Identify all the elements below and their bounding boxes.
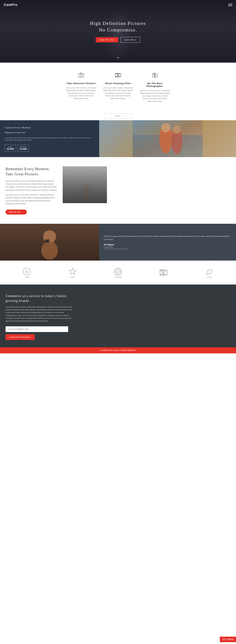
svg-point-30 xyxy=(84,179,89,190)
hero-nav: CamPro xyxy=(4,3,232,7)
svg-point-16 xyxy=(154,75,155,76)
svg-point-36 xyxy=(41,241,58,260)
svg-point-43 xyxy=(117,270,119,273)
capture-right-photo xyxy=(99,120,236,157)
cta-text: Lorem ipsum dolor sit amet, consectetuer… xyxy=(6,306,76,323)
svg-rect-7 xyxy=(116,73,117,74)
remember-left-content: Remember Every Moment, Take Great Pictur… xyxy=(6,166,57,215)
logo-item-guarantee: Guarantee xyxy=(113,267,123,278)
email-input[interactable] xyxy=(6,326,68,332)
more-section: More xyxy=(0,112,236,120)
svg-rect-17 xyxy=(154,73,155,74)
svg-rect-25 xyxy=(63,166,107,203)
svg-point-1 xyxy=(80,74,82,76)
subscribe-button[interactable]: Subscribe Newsletter xyxy=(6,334,35,340)
remember-section: Remember Every Moment, Take Great Pictur… xyxy=(0,157,236,224)
tour-button-2[interactable]: Take The Tour → xyxy=(6,210,27,214)
svg-rect-52 xyxy=(164,274,165,275)
stats-row: Shops 23,000 Branches 12,000 xyxy=(5,144,95,152)
feature-item-film: Shoot Amazing Films Lorem ipsum dolor si… xyxy=(100,72,136,102)
capture-heading-line1: Capture Every Moment xyxy=(5,126,95,130)
svg-point-3 xyxy=(83,74,83,75)
svg-marker-13 xyxy=(117,74,119,76)
hero-section: CamPro High Definition Pictures No Compr… xyxy=(0,0,236,62)
feature-item-camera: Take Awesome Pictures Lorem ipsum dolor … xyxy=(63,72,100,102)
logo-item-ayumi: Ayumi xyxy=(22,267,32,278)
film-icon xyxy=(102,72,134,80)
svg-rect-47 xyxy=(160,270,161,271)
svg-point-38 xyxy=(46,240,49,242)
remember-text-1: Lorem ipsum dolor sit amet, consectetuer… xyxy=(6,180,57,192)
svg-point-32 xyxy=(89,188,92,190)
svg-rect-8 xyxy=(117,73,118,74)
stat-branches: Branches 12,000 xyxy=(18,144,29,152)
svg-rect-9 xyxy=(119,73,119,74)
brand-logo: CamPro xyxy=(4,3,18,7)
testimonial-quote: Honestly this guys are the best people a… xyxy=(104,234,231,241)
arrow-right-icon: → xyxy=(22,211,24,213)
testimonial-name: Ali Sayed xyxy=(104,244,231,246)
testimonial-photo xyxy=(0,224,99,260)
tour-button[interactable]: Take The Tour xyxy=(96,37,118,42)
svg-rect-12 xyxy=(119,76,119,77)
cta-title: Commerce as a service to today's fastest… xyxy=(6,294,68,303)
testimonial-content: Honestly this guys are the best people a… xyxy=(99,224,236,260)
capture-section: Capture Every Moment Wherever You Are Lo… xyxy=(0,120,236,157)
branches-value: 12,000 xyxy=(20,148,27,150)
svg-point-22 xyxy=(161,123,170,132)
footer-watermark: 访问网站社区bbs.xiantao.com免费下载更多网页 xyxy=(100,349,136,352)
hamburger-line xyxy=(228,5,232,5)
testimonial-role: Creative Artist xyxy=(104,246,231,248)
menu-toggle[interactable] xyxy=(228,4,232,6)
svg-rect-50 xyxy=(160,274,161,275)
svg-marker-53 xyxy=(163,272,164,274)
svg-rect-11 xyxy=(117,76,118,77)
testimonial-section: Honestly this guys are the best people a… xyxy=(0,224,236,260)
tour-button-label: Take The Tour xyxy=(9,211,21,213)
feature-title-film: Shoot Amazing Films xyxy=(102,82,134,85)
learn-more-button[interactable]: Learn More xyxy=(120,37,140,42)
capture-heading-line2: Wherever You Are xyxy=(5,131,95,134)
svg-rect-48 xyxy=(162,270,163,271)
stat-shops: Shops 23,000 xyxy=(5,144,16,152)
capture-heading-wrapper: Capture Every Moment Wherever You Are xyxy=(5,126,95,136)
feature-title-camera: Take Awesome Pictures xyxy=(66,82,97,85)
shops-value: 23,000 xyxy=(7,148,14,150)
scroll-arrow[interactable] xyxy=(116,54,120,59)
more-button[interactable]: More xyxy=(104,113,132,119)
chevron-down-icon xyxy=(116,55,120,59)
features-section: Take Awesome Pictures Lorem ipsum dolor … xyxy=(0,62,236,112)
remember-text-2: Duis autem vel eum iriure dolor in hendr… xyxy=(6,193,57,205)
shops-label: Shops xyxy=(7,146,14,148)
feature-title-photographer: Be The Best Photographer xyxy=(139,82,170,88)
capture-text: Lorem ipsum dolor sit amet, consectetuer… xyxy=(5,137,95,142)
svg-line-33 xyxy=(87,188,90,189)
hamburger-line xyxy=(228,4,232,4)
hero-content: High Definition Pictures No Compromise. … xyxy=(86,20,150,43)
branches-label: Branches xyxy=(20,146,27,148)
hero-title: High Definition Pictures No Compromise. xyxy=(90,20,146,34)
capture-left-panel: Capture Every Moment Wherever You Are Lo… xyxy=(0,120,99,157)
svg-rect-10 xyxy=(116,76,117,77)
svg-point-42 xyxy=(115,269,121,274)
svg-point-39 xyxy=(23,268,31,275)
feature-text-camera: Lorem ipsum dolor sit amet, consectetuer… xyxy=(66,86,97,100)
logo-name-adelis: Adelis xyxy=(70,276,75,278)
svg-point-24 xyxy=(173,126,181,134)
logo-name-liveart: Live Art xyxy=(206,276,212,278)
remember-right-photo xyxy=(63,166,107,203)
camera-icon xyxy=(66,72,97,80)
hero-buttons: Take The Tour Learn More xyxy=(90,37,146,42)
svg-rect-51 xyxy=(162,274,163,275)
svg-rect-49 xyxy=(164,270,165,271)
logo-item-liveart: Live Art xyxy=(204,267,214,278)
svg-point-18 xyxy=(153,74,153,75)
svg-rect-2 xyxy=(80,73,82,74)
logo-item-adelis: Adelis xyxy=(68,267,77,278)
feature-text-photographer: Lorem ipsum dolor sit amet, consectetuer… xyxy=(139,89,170,102)
footer-bar: 访问网站社区bbs.xiantao.com免费下载更多网页 xyxy=(0,347,236,354)
logo-name-guarantee: Guarantee xyxy=(114,276,122,278)
remember-title: Remember Every Moment, Take Great Pictur… xyxy=(6,166,57,176)
cta-section: Commerce as a service to today's fastest… xyxy=(0,284,236,347)
feature-item-photographer: Be The Best Photographer Lorem ipsum dol… xyxy=(136,72,173,102)
